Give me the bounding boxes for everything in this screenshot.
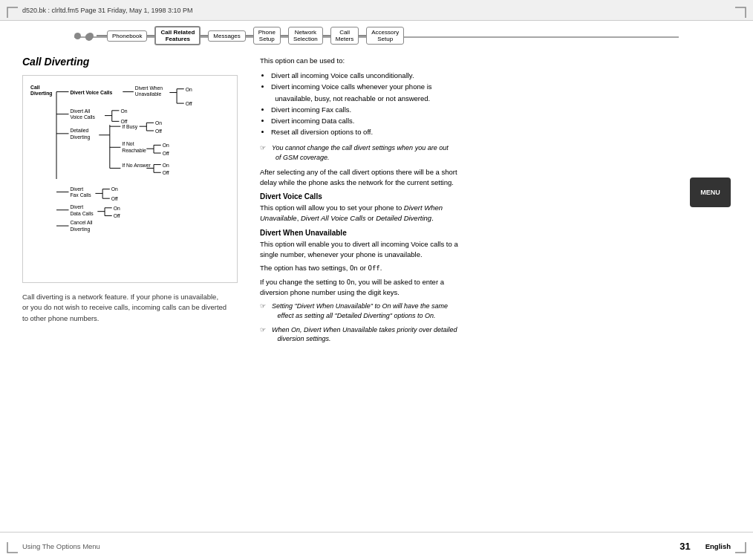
svg-text:On: On — [155, 120, 162, 126]
page-number: 31 — [679, 541, 690, 552]
svg-text:On: On — [114, 206, 120, 211]
subsection-unavailable-body: This option will enable you to divert al… — [260, 239, 731, 261]
svg-text:Divert Voice Calls: Divert Voice Calls — [70, 90, 112, 95]
svg-text:On: On — [163, 163, 169, 168]
right-column: This option can be used to: Divert all i… — [252, 56, 731, 527]
tab-call-meters[interactable]: Call Meters — [330, 27, 359, 45]
svg-text:Off: Off — [155, 128, 162, 134]
bullet-list: Divert all incoming Voice calls uncondit… — [271, 70, 731, 137]
menu-button[interactable]: MENU — [690, 178, 731, 207]
footer-left: Using The Options Menu — [22, 542, 674, 550]
subsection-unavailable-title: Divert When Unavailable — [260, 229, 731, 237]
left-caption: Call diverting is a network feature. If … — [22, 292, 241, 324]
svg-text:Diverting: Diverting — [30, 91, 52, 97]
svg-text:Divert When: Divert When — [135, 85, 163, 91]
nav-line-2 — [147, 35, 154, 36]
svg-text:Reachable: Reachable — [122, 148, 146, 153]
svg-text:Off: Off — [114, 213, 120, 218]
corner-tl — [6, 6, 19, 19]
header-text: d520.bk : clrltd.fm5 Page 31 Friday, May… — [22, 7, 192, 14]
svg-text:Fax Calls: Fax Calls — [70, 192, 91, 198]
svg-text:On: On — [163, 143, 169, 148]
nav-line-7 — [359, 35, 366, 36]
subsection-voice-calls-title: Divert Voice Calls — [260, 192, 731, 201]
corner-tr — [734, 6, 747, 19]
nav-dot-2 — [87, 33, 94, 39]
tab-call-related[interactable]: Call Related Features — [154, 26, 201, 45]
bullet-2: Divert incoming Voice calls whenever you… — [271, 81, 731, 103]
svg-text:If Not: If Not — [122, 141, 134, 146]
after-note-text: After selecting any of the call divert o… — [260, 167, 731, 189]
bullet-3: Divert incoming Fax calls. — [271, 104, 731, 115]
nav-line-3 — [201, 35, 208, 36]
svg-text:Unavailable: Unavailable — [135, 91, 162, 97]
bullet-1: Divert all incoming Voice calls uncondit… — [271, 70, 731, 81]
header-bar: d520.bk : clrltd.fm5 Page 31 Friday, May… — [0, 0, 753, 21]
svg-text:Detailed: Detailed — [70, 128, 88, 133]
nav-line-4 — [246, 35, 253, 36]
bullet-5: Reset all diversion options to off. — [271, 126, 731, 137]
footer-text: Using The Options Menu — [22, 542, 100, 550]
section-title: Call Diverting — [22, 56, 241, 68]
svg-text:Divert: Divert — [70, 204, 83, 209]
svg-text:If No Answer: If No Answer — [122, 163, 151, 168]
nav-line-1 — [97, 35, 107, 36]
svg-text:On: On — [111, 186, 118, 192]
main-content: Call Diverting Call Diverting Divert Voi… — [22, 56, 731, 527]
nav-line-6 — [323, 35, 330, 36]
settings-text: The option has two settings, On or Off. — [260, 263, 731, 274]
nav-dot-1 — [74, 33, 81, 39]
intro-text: This option can be used to: — [260, 56, 731, 66]
footer: Using The Options Menu 31 English — [0, 532, 753, 560]
svg-text:Divert: Divert — [70, 186, 83, 192]
svg-text:Voice Calls: Voice Calls — [70, 114, 95, 120]
svg-text:If Busy: If Busy — [122, 124, 137, 130]
bullet-4: Divert incoming Data calls. — [271, 115, 731, 126]
tab-messages[interactable]: Messages — [208, 30, 245, 42]
tab-network-selection[interactable]: Network Selection — [288, 27, 323, 45]
svg-text:Diverting: Diverting — [70, 134, 90, 140]
subsection-voice-calls: Divert Voice Calls This option will allo… — [260, 192, 731, 224]
tab-phone-setup[interactable]: Phone Setup — [253, 27, 281, 45]
language-label: English — [705, 542, 731, 550]
svg-text:Off: Off — [163, 170, 169, 175]
svg-text:Call: Call — [30, 85, 40, 90]
left-column: Call Diverting Call Diverting Divert Voi… — [22, 56, 252, 527]
svg-text:Off: Off — [186, 101, 192, 106]
svg-text:On: On — [186, 87, 192, 92]
note-gsm: You cannot change the call divert settin… — [260, 143, 731, 162]
nav-container: Phonebook Call Related Features Messages… — [74, 22, 679, 49]
tab-phonebook[interactable]: Phonebook — [107, 30, 147, 42]
svg-text:Off: Off — [163, 151, 169, 156]
nav-line-5 — [281, 35, 288, 36]
svg-text:Cancel All: Cancel All — [70, 220, 93, 225]
note-setting: Setting "Divert When Unavailable" to On … — [260, 302, 731, 320]
svg-text:On: On — [120, 108, 127, 114]
note-priority: When On, Divert When Unavailable takes p… — [260, 325, 731, 344]
tree-diagram: Call Diverting Divert Voice Calls Divert… — [22, 75, 238, 283]
svg-text:Divert All: Divert All — [70, 108, 90, 114]
svg-text:Data Calls: Data Calls — [70, 211, 94, 216]
subsection-voice-calls-body: This option will allow you to set your p… — [260, 203, 731, 224]
tab-accessory-setup[interactable]: Accessory Setup — [366, 27, 404, 45]
if-change-text: If you change the setting to On, you wil… — [260, 277, 731, 299]
svg-text:Off: Off — [111, 196, 118, 201]
svg-text:Diverting: Diverting — [70, 227, 90, 232]
